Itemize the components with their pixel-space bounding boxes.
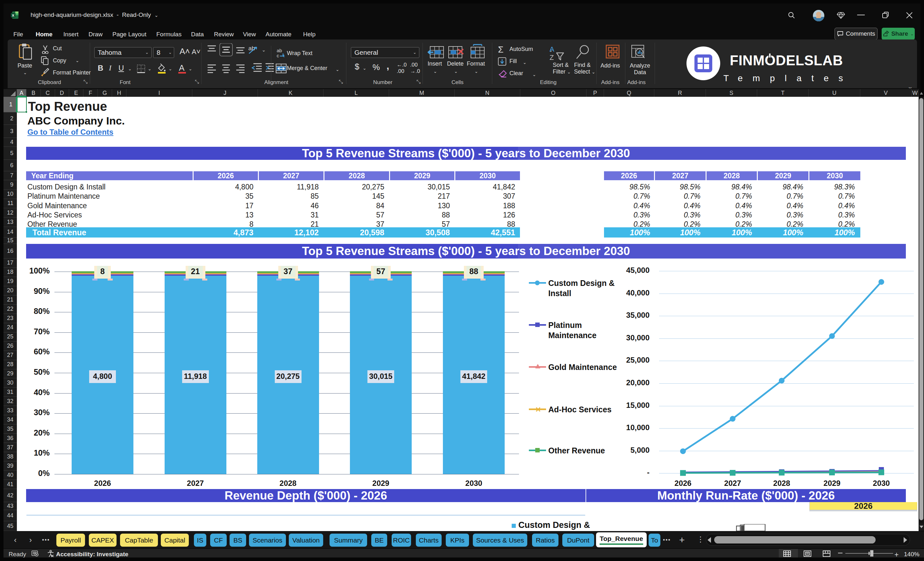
- svg-text:A: A: [549, 45, 554, 53]
- svg-text:c: c: [277, 53, 279, 58]
- svg-text:ab: ab: [248, 45, 255, 52]
- svg-text:A: A: [179, 63, 184, 73]
- svg-text:⌄: ⌄: [262, 47, 266, 52]
- svg-text:Z: Z: [549, 54, 554, 61]
- svg-text:x: x: [12, 13, 14, 18]
- svg-text:ab: ab: [277, 48, 282, 53]
